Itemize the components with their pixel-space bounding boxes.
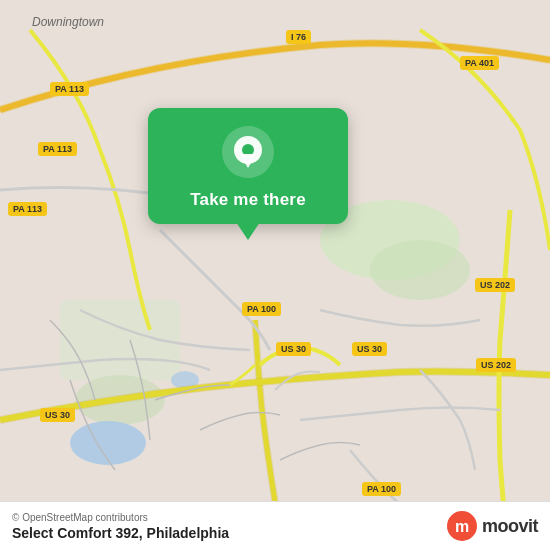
svg-text:m: m	[455, 518, 469, 535]
route-badge-pa113-2: PA 113	[38, 142, 77, 156]
moovit-icon: m	[446, 510, 478, 542]
bottom-bar: © OpenStreetMap contributors Select Comf…	[0, 501, 550, 550]
map-container: Downingtown I 76 PA 401 PA 113 PA 113 PA…	[0, 0, 550, 550]
svg-point-2	[370, 240, 470, 300]
attribution-text: © OpenStreetMap contributors	[12, 512, 229, 523]
route-badge-pa100-1: PA 100	[242, 302, 281, 316]
route-badge-pa100-2: PA 100	[362, 482, 401, 496]
take-me-there-button[interactable]: Take me there	[190, 190, 306, 210]
town-label-downingtown: Downingtown	[32, 15, 104, 29]
route-badge-pa113-1: PA 113	[50, 82, 89, 96]
svg-point-5	[70, 421, 146, 465]
location-title: Select Comfort 392, Philadelphia	[12, 525, 229, 541]
route-badge-pa113-3: PA 113	[8, 202, 47, 216]
bottom-bar-left: © OpenStreetMap contributors Select Comf…	[12, 512, 229, 541]
route-badge-pa401: PA 401	[460, 56, 499, 70]
location-card: Take me there	[148, 108, 348, 224]
route-badge-us30-1: US 30	[276, 342, 311, 356]
route-badge-i76: I 76	[286, 30, 311, 44]
route-badge-us30-2: US 30	[352, 342, 387, 356]
location-pin-icon	[222, 126, 274, 178]
route-badge-us30-3: US 30	[40, 408, 75, 422]
moovit-logo: m moovit	[446, 510, 538, 542]
moovit-text: moovit	[482, 516, 538, 537]
route-badge-us202-1: US 202	[475, 278, 515, 292]
route-badge-us202-2: US 202	[476, 358, 516, 372]
